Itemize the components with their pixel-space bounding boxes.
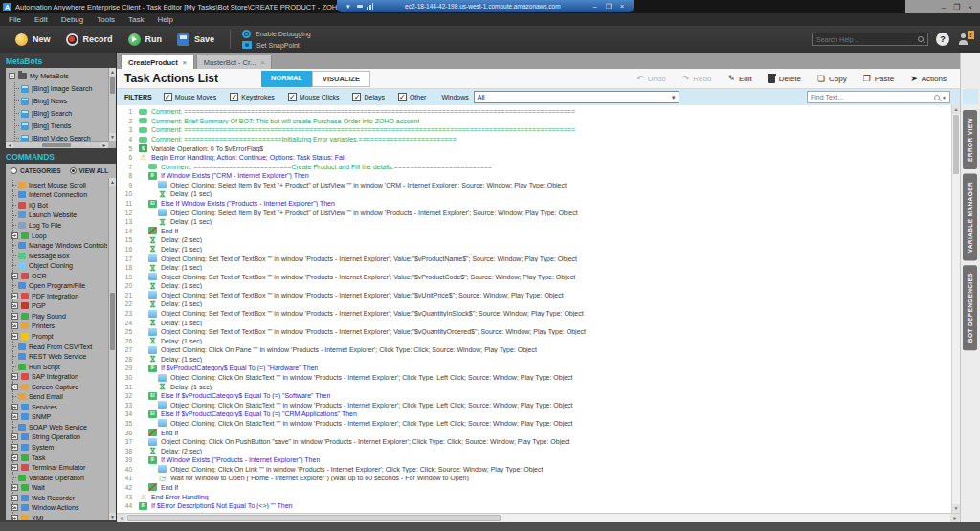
checkbox-checked-icon[interactable]: ✓: [352, 93, 361, 101]
enable-debugging-toggle[interactable]: Enable Debugging: [242, 30, 311, 38]
task-row[interactable]: 7Comment: =========================Creat…: [117, 162, 951, 171]
command-item[interactable]: Object Cloning: [10, 260, 107, 271]
menu-task[interactable]: Task: [122, 15, 150, 24]
command-item[interactable]: Send Email: [10, 391, 107, 402]
command-item[interactable]: Window Actions: [10, 503, 107, 514]
command-item[interactable]: String Operation: [10, 432, 107, 443]
command-item[interactable]: SOAP Web Service: [10, 422, 107, 432]
expand-icon[interactable]: [11, 322, 18, 329]
scrollbar-thumb[interactable]: [110, 77, 115, 94]
search-help-input[interactable]: [816, 36, 918, 43]
expand-icon[interactable]: [11, 313, 18, 320]
categories-radio[interactable]: CATEGORIES: [11, 167, 61, 174]
panel-tab-variable-manager[interactable]: VARIABLE MANAGER: [963, 174, 977, 261]
task-row[interactable]: 16⋈Delay: (1 sec): [117, 245, 951, 254]
command-item[interactable]: SNMP: [10, 412, 107, 423]
task-row[interactable]: 8IFIf Window Exists ("CRM - Internet Exp…: [117, 171, 951, 181]
command-item[interactable]: OCR: [10, 271, 107, 281]
rdp-pin-icon[interactable]: [357, 5, 363, 8]
close-icon[interactable]: ×: [260, 59, 264, 66]
task-row[interactable]: 37Object Cloning: Click On PushButton "s…: [117, 437, 951, 447]
visualize-toggle[interactable]: VISUALIZE: [312, 71, 370, 87]
expand-icon[interactable]: [11, 454, 18, 461]
expand-icon[interactable]: [11, 484, 18, 491]
filter-delays[interactable]: ✓Delays: [352, 93, 384, 101]
record-button[interactable]: Record: [66, 33, 113, 46]
command-item[interactable]: Screen Capture: [10, 382, 107, 392]
collapse-icon[interactable]: [9, 73, 15, 79]
task-row[interactable]: 42End If: [117, 483, 951, 493]
command-item[interactable]: Web Recorder: [10, 493, 107, 503]
command-item[interactable]: Play Sound: [10, 311, 107, 321]
task-row[interactable]: 17Object Cloning: Set Text of TextBox ""…: [117, 254, 951, 263]
menu-debug[interactable]: Debug: [55, 15, 91, 24]
scroll-down-icon[interactable]: [109, 513, 116, 520]
command-item[interactable]: Task: [10, 453, 107, 463]
scroll-left-icon[interactable]: [117, 514, 126, 522]
task-row[interactable]: 11EIElse If Window Exists ("Products - I…: [117, 199, 951, 209]
command-item[interactable]: Printers: [10, 321, 107, 332]
task-row[interactable]: 21Object Cloning: Set Text of TextBox ""…: [117, 291, 951, 300]
expand-icon[interactable]: [11, 413, 18, 420]
metabot-item[interactable]: [Bing] Search: [9, 107, 107, 120]
task-list-horizontal-scrollbar[interactable]: [117, 513, 960, 522]
scroll-up-icon[interactable]: [109, 178, 116, 186]
expand-icon[interactable]: [11, 444, 18, 451]
windows-dropdown[interactable]: All ▼: [474, 91, 679, 103]
checkbox-checked-icon[interactable]: ✓: [164, 93, 172, 101]
delete-button[interactable]: Delete: [768, 74, 801, 83]
paste-button[interactable]: ❐Paste: [863, 74, 895, 83]
filter-mouse-moves[interactable]: ✓Mouse Moves: [164, 93, 217, 101]
command-item[interactable]: PDF Integration: [10, 291, 107, 301]
task-row[interactable]: 3Comment: ==============================…: [117, 125, 951, 135]
tab-createproduct[interactable]: CreateProduct×: [121, 55, 194, 69]
filter-keystrokes[interactable]: ✓Keystrokes: [230, 93, 275, 101]
normal-toggle[interactable]: NORMAL: [261, 71, 312, 87]
scroll-down-icon[interactable]: [952, 504, 960, 513]
user-button[interactable]: !: [957, 33, 970, 46]
command-item[interactable]: Terminal Emulator: [10, 462, 107, 473]
expand-icon[interactable]: [11, 433, 18, 440]
command-item[interactable]: Launch Website: [10, 210, 107, 221]
expand-icon[interactable]: [11, 495, 18, 501]
task-row[interactable]: 28⋈Delay: (1 sec): [117, 355, 951, 365]
menu-file[interactable]: File: [2, 15, 28, 24]
expand-icon[interactable]: [11, 384, 18, 390]
edit-button[interactable]: ✎Edit: [727, 74, 751, 83]
filter-other[interactable]: ✓Other: [398, 93, 427, 101]
command-item[interactable]: Open Program/File: [10, 280, 107, 291]
scroll-right-icon[interactable]: [950, 514, 960, 522]
task-row[interactable]: 2Comment: Brief Summary Of BOT: This bot…: [117, 117, 951, 126]
scrollbar-thumb[interactable]: [127, 515, 501, 521]
task-row[interactable]: 14End If: [117, 227, 951, 236]
expand-icon[interactable]: [11, 232, 18, 239]
command-item[interactable]: Insert Mouse Scroll: [10, 180, 107, 190]
command-item[interactable]: Read From CSV/Text: [10, 342, 107, 352]
task-row[interactable]: 19Object Cloning: Set Text of TextBox ""…: [117, 272, 951, 281]
command-item[interactable]: SAP Integration: [10, 371, 107, 382]
scrollbar-thumb[interactable]: [953, 115, 959, 174]
command-item[interactable]: Services: [10, 402, 107, 412]
command-item[interactable]: Prompt: [10, 331, 107, 342]
task-row[interactable]: 38⋈Delay: (2 sec): [117, 446, 951, 455]
find-text-input[interactable]: [811, 94, 932, 100]
menu-help[interactable]: Help: [150, 15, 179, 24]
rdp-connection-bar[interactable]: ▾ ec2-18-144-42-198.us-west-1.compute.am…: [337, 0, 634, 12]
expand-icon[interactable]: [11, 373, 18, 380]
command-item[interactable]: System: [10, 442, 107, 453]
rdp-restore-button[interactable]: ❐: [604, 3, 613, 11]
expand-icon[interactable]: [11, 504, 18, 511]
command-item[interactable]: Internet Connection: [10, 190, 107, 201]
set-snappoint-toggle[interactable]: Set SnapPoint: [242, 41, 311, 49]
actions-button[interactable]: ➤Actions: [910, 74, 947, 83]
copy-button[interactable]: ❏Copy: [817, 74, 847, 83]
command-item[interactable]: PGP: [10, 301, 107, 312]
search-help-box[interactable]: [812, 33, 928, 46]
metabot-item[interactable]: [Bing] Trends: [9, 120, 107, 132]
metabots-vertical-scrollbar[interactable]: [108, 68, 116, 141]
rdp-close-button[interactable]: ×: [618, 3, 626, 10]
task-row[interactable]: 44IFIf $Error Description$ Not Equal To …: [117, 501, 951, 511]
run-button[interactable]: Run: [128, 33, 163, 46]
task-row[interactable]: 10⋈Delay: (1 sec): [117, 189, 951, 199]
metabots-horizontal-scrollbar[interactable]: [6, 141, 108, 148]
